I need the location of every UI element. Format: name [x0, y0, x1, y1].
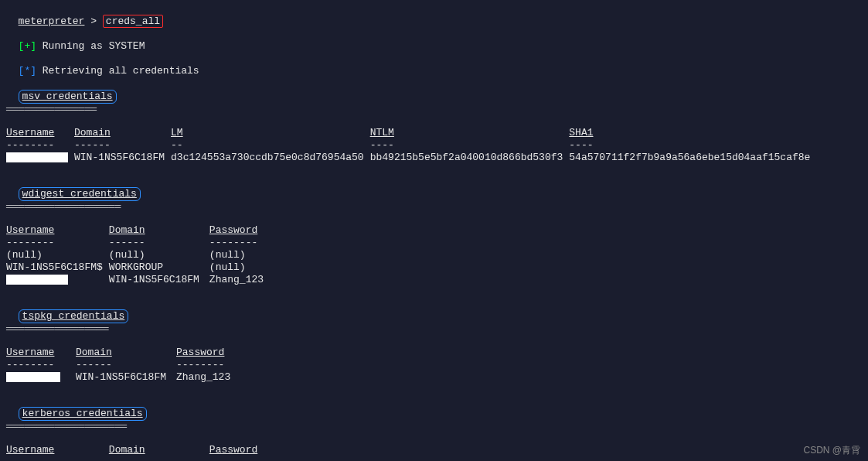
wdigest-table: Username Domain Password -------- ------… [6, 224, 270, 286]
watermark: CSDN @青霄 [803, 444, 860, 456]
tspkg-title: tspkg credentials [19, 309, 129, 323]
table-sep-row: -------- ------ -- ---- ---- [6, 139, 816, 152]
section-header-tspkg: tspkg credentials [6, 297, 862, 323]
tspkg-table: Username Domain Password -------- ------… [6, 347, 237, 384]
prompt-line: meterpreter > creds_all [6, 3, 862, 28]
table-sep-row: -------- ------ -------- [6, 359, 237, 371]
col-username: Username [6, 127, 74, 139]
status-star-icon: [*] [19, 65, 36, 77]
msv-title: msv credentials [19, 90, 117, 104]
table-row: x WIN-1NS5F6C18FM Zhang_123 [6, 274, 270, 286]
table-header-row: Username Domain LM NTLM SHA1 [6, 127, 816, 139]
status-retrieving-text: Retrieving all credentials [36, 65, 199, 77]
status-plus-icon: [+] [19, 40, 36, 52]
command-entered: creds_all [103, 15, 163, 28]
table-row: (null) (null) (null) [6, 249, 270, 261]
col-domain: Domain [109, 224, 209, 237]
prompt-sep: > [84, 15, 102, 27]
redacted-username: x [6, 152, 68, 162]
wdigest-title: wdigest credentials [19, 187, 141, 201]
cell-lm: d3c124553a730ccdb75e0c8d76954a50 [171, 152, 370, 164]
msv-underline: ═══════════════ [6, 104, 862, 116]
table-header-row: Username Domain Password [6, 444, 270, 456]
col-domain: Domain [76, 347, 176, 359]
redacted-username: x [6, 275, 68, 285]
kerberos-table: Username Domain Password -------- ------… [6, 444, 270, 461]
status-line-retrieving: [*] Retrieving all credentials [6, 53, 862, 77]
prompt-label: meterpreter [19, 15, 85, 27]
msv-table: Username Domain LM NTLM SHA1 -------- --… [6, 127, 816, 164]
cell-domain: WIN-1NS5F6C18FM [74, 152, 171, 164]
cell-username: x [6, 152, 74, 164]
cell-ntlm: bb49215b5e5bf2a040010d866bd530f3 [370, 152, 570, 164]
status-running-text: Running as SYSTEM [36, 40, 145, 52]
redacted-username: x [6, 372, 60, 382]
table-row: WIN-1NS5F6C18FM$ WORKGROUP (null) [6, 261, 270, 274]
col-username: Username [6, 224, 109, 237]
tspkg-underline: ═════════════════ [6, 323, 862, 336]
col-username: Username [6, 444, 109, 456]
table-row: x WIN-1NS5F6C18FM Zhang_123 [6, 371, 237, 384]
col-password: Password [176, 347, 237, 359]
table-row: x WIN-1NS5F6C18FM d3c124553a730ccdb75e0c… [6, 152, 816, 164]
table-sep-row: -------- ------ -------- [6, 237, 270, 249]
col-password: Password [209, 444, 270, 456]
table-sep-row: -------- ------ -------- [6, 456, 270, 461]
col-domain: Domain [109, 444, 209, 456]
wdigest-underline: ═══════════════════ [6, 201, 862, 213]
kerberos-title: kerberos credentials [19, 407, 147, 421]
section-header-kerberos: kerberos credentials [6, 394, 862, 421]
table-header-row: Username Domain Password [6, 347, 237, 359]
status-line-running: [+] Running as SYSTEM [6, 28, 862, 53]
col-sha1: SHA1 [569, 127, 816, 139]
col-lm: LM [171, 127, 370, 139]
col-username: Username [6, 347, 76, 359]
cell-sha1: 54a570711f2f7b9a9a56a6ebe15d04aaf15caf8e [569, 152, 816, 164]
kerberos-underline: ════════════════════ [6, 421, 862, 433]
table-header-row: Username Domain Password [6, 224, 270, 237]
section-header-wdigest: wdigest credentials [6, 175, 862, 201]
col-password: Password [209, 224, 270, 237]
col-ntlm: NTLM [370, 127, 570, 139]
section-header-msv: msv credentials [6, 77, 862, 104]
col-domain: Domain [74, 127, 171, 139]
